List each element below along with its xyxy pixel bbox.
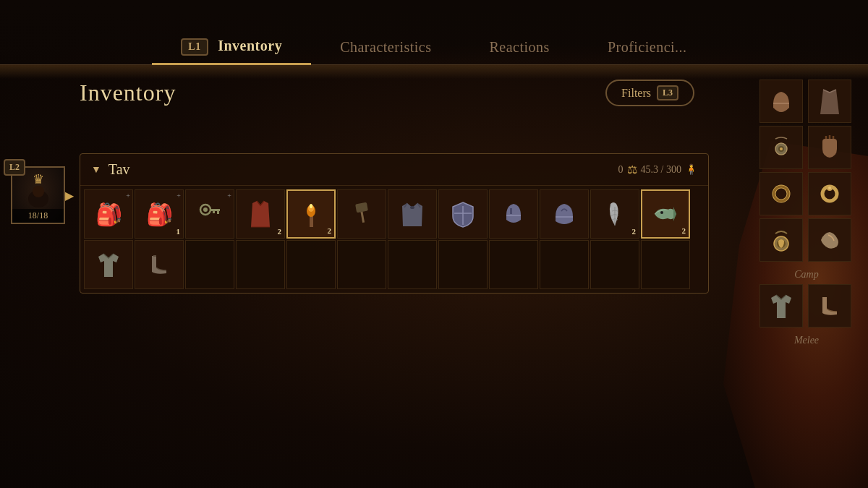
helm-icon (767, 87, 795, 115)
cloak-icon (816, 87, 843, 116)
item-icon-11 (652, 202, 679, 226)
item-slot-8[interactable] (489, 189, 538, 239)
item-slot-empty-8[interactable] (540, 240, 589, 289)
ring-left-icon (769, 181, 793, 206)
tab-proficiencies[interactable]: Proficienci... (579, 30, 716, 64)
nav-tabs: L1 Inventory Characteristics Reactions P… (152, 29, 715, 64)
camp-slot-boots[interactable] (808, 284, 851, 328)
item-slot-empty-6[interactable] (438, 240, 488, 289)
equip-slot-amulet[interactable] (760, 126, 803, 169)
item-count-3: 2 (278, 227, 282, 236)
filters-button[interactable]: Filters L3 (605, 80, 694, 106)
item-slot-13[interactable] (135, 240, 184, 289)
item-icon-7 (450, 200, 476, 228)
svg-point-17 (660, 211, 663, 214)
item-slot-empty-3[interactable] (286, 240, 336, 289)
char-gold: 0 (618, 164, 624, 176)
weight-person-icon: 🧍 (685, 163, 697, 176)
filters-badge: L3 (657, 85, 678, 100)
char-expand-arrow[interactable]: ▼ (91, 164, 101, 176)
camp-slot-shirt[interactable] (760, 284, 803, 328)
item-slot-5[interactable] (337, 189, 386, 239)
tab-inventory-badge: L1 (181, 38, 208, 56)
gold-icon: ⚖ (627, 163, 637, 176)
equip-slot-gloves[interactable] (808, 126, 851, 169)
camp-shirt-icon (767, 292, 795, 320)
equip-slot-medallion[interactable] (760, 218, 803, 262)
camp-grid (760, 284, 854, 328)
inventory-panel: ▼ Tav 0 ⚖ 45.3 / 300 🧍 + 🎒 + 🎒 1 (80, 153, 709, 294)
char-header: ▼ Tav 0 ⚖ 45.3 / 300 🧍 (80, 154, 708, 186)
char-name: Tav (109, 161, 611, 178)
item-slot-empty-9[interactable] (590, 240, 639, 289)
equip-grid (760, 80, 854, 262)
item-icon-13 (146, 252, 172, 278)
page-title: Inventory (80, 80, 176, 106)
svg-rect-16 (510, 208, 512, 214)
item-add-1: + (176, 192, 181, 200)
item-add-0: + (126, 192, 130, 200)
item-slot-12[interactable] (84, 240, 133, 289)
item-slot-0[interactable]: + 🎒 (84, 189, 133, 239)
tab-inventory-label: Inventory (218, 38, 282, 53)
nav-bar: L1 Inventory Characteristics Reactions P… (0, 0, 868, 65)
equip-slot-cloak[interactable] (808, 80, 851, 123)
tab-inventory[interactable]: L1 Inventory (152, 29, 311, 64)
melee-label: Melee (760, 335, 854, 346)
item-slot-4[interactable]: 2 (286, 189, 336, 239)
tab-reactions[interactable]: Reactions (461, 30, 579, 64)
item-count-1: 1 (176, 227, 181, 236)
tab-characteristics-label: Characteristics (340, 39, 431, 55)
equip-slot-misc[interactable] (808, 218, 851, 262)
item-count-10: 2 (632, 227, 637, 236)
item-slot-empty-10[interactable] (641, 240, 690, 289)
svg-point-10 (310, 204, 312, 208)
camp-boots-icon (817, 293, 843, 319)
item-icon-0: 🎒 (95, 202, 122, 227)
svg-point-25 (774, 187, 788, 201)
item-slot-7[interactable] (438, 189, 488, 239)
item-icon-6 (399, 200, 426, 228)
tab-proficiencies-label: Proficienci... (608, 39, 687, 55)
item-icon-2 (197, 201, 223, 227)
weight-value: 45.3 / 300 (641, 164, 681, 176)
item-slot-1[interactable]: + 🎒 1 (135, 189, 184, 239)
svg-point-20 (780, 147, 783, 150)
item-slot-2[interactable]: + (185, 189, 234, 239)
equip-slot-ring-right[interactable] (808, 172, 851, 215)
portrait-arrow: ▶ (65, 189, 74, 202)
item-add-2: + (227, 192, 231, 200)
item-slot-10[interactable]: 2 (590, 189, 639, 239)
camp-label: Camp (760, 269, 854, 281)
character-portrait[interactable]: L2 ♛ 18/18 ▶ (11, 166, 65, 224)
item-count-11: 2 (682, 226, 686, 235)
svg-rect-4 (210, 209, 220, 211)
svg-point-3 (203, 207, 208, 212)
gloves-icon (817, 134, 843, 160)
item-slot-empty-4[interactable] (337, 240, 386, 289)
item-slot-3[interactable]: 2 (236, 189, 285, 239)
item-icon-10 (602, 200, 628, 228)
item-slot-11[interactable]: 2 (641, 189, 690, 239)
item-count-4: 2 (328, 226, 332, 235)
tab-characteristics[interactable]: Characteristics (311, 30, 460, 64)
item-icon-12 (95, 251, 122, 278)
filters-area: Filters L3 (605, 80, 694, 106)
item-slot-6[interactable] (388, 189, 437, 239)
items-grid: + 🎒 + 🎒 1 + (80, 186, 708, 293)
char-weight: 0 ⚖ 45.3 / 300 🧍 (618, 163, 697, 176)
main-content: Inventory Filters L3 ▼ Tav 0 ⚖ 45.3 / 30… (80, 80, 709, 474)
item-slot-empty-2[interactable] (236, 240, 285, 289)
item-icon-3 (247, 200, 274, 228)
svg-rect-6 (213, 211, 215, 213)
equip-slot-helm[interactable] (760, 80, 803, 123)
crown-icon: ♛ (33, 171, 44, 187)
item-slot-empty-7[interactable] (489, 240, 538, 289)
item-icon-9 (551, 201, 577, 227)
equip-slot-ring-left[interactable] (760, 172, 803, 215)
svg-point-28 (828, 187, 831, 189)
item-slot-empty-1[interactable] (185, 240, 234, 289)
svg-point-1 (33, 186, 44, 197)
item-slot-9[interactable] (540, 189, 589, 239)
item-slot-empty-5[interactable] (388, 240, 437, 289)
